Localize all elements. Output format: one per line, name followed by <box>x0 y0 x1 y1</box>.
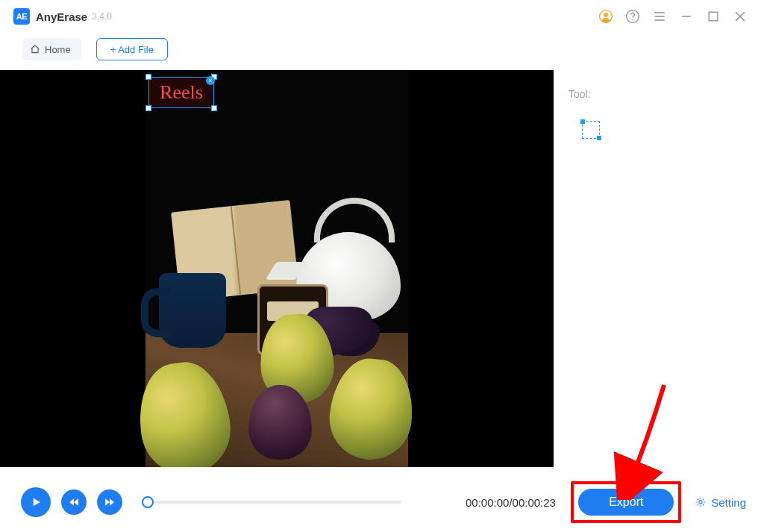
maximize-icon[interactable] <box>706 9 721 24</box>
app-logo: AE <box>13 8 30 25</box>
user-icon[interactable] <box>598 9 613 24</box>
home-button[interactable]: Home <box>22 38 81 60</box>
setting-link[interactable]: Setting <box>695 496 746 509</box>
setting-link-label: Setting <box>711 496 746 509</box>
seek-bar[interactable] <box>148 495 401 510</box>
help-icon[interactable] <box>625 9 640 24</box>
video-frame: Reels × <box>145 70 408 467</box>
tool-panel: Tool: <box>554 70 761 469</box>
forward-icon <box>104 497 115 507</box>
video-preview[interactable]: Reels × <box>0 70 554 467</box>
add-file-button[interactable]: + Add File <box>96 38 168 60</box>
toolbar: Home + Add File <box>0 33 761 66</box>
svg-point-11 <box>699 501 702 504</box>
minimize-icon[interactable] <box>679 9 694 24</box>
watermark-text: Reels <box>160 81 203 104</box>
selection-close-icon[interactable]: × <box>206 76 215 85</box>
selection-handle-br[interactable] <box>211 105 217 111</box>
seek-thumb[interactable] <box>142 496 154 508</box>
title-bar: AE AnyErase 3.4.0 <box>0 0 761 33</box>
app-version: 3.4.0 <box>92 11 112 22</box>
watermark-selection[interactable]: Reels × <box>148 77 214 108</box>
menu-icon[interactable] <box>652 9 667 24</box>
export-highlight: Export <box>571 481 681 523</box>
forward-button[interactable] <box>97 489 122 515</box>
selection-handle-bl[interactable] <box>145 105 151 111</box>
play-button[interactable] <box>21 487 51 517</box>
app-name: AnyErase <box>36 10 87 23</box>
selection-handle-tl[interactable] <box>145 74 151 80</box>
play-icon <box>30 496 42 508</box>
export-button[interactable]: Export <box>578 489 674 516</box>
home-button-label: Home <box>45 44 71 55</box>
svg-rect-8 <box>709 12 718 21</box>
bottom-bar: 00:00:00/00:00:23 Export Setting <box>0 472 761 532</box>
svg-point-3 <box>632 19 633 19</box>
gear-icon <box>695 496 707 508</box>
rewind-button[interactable] <box>61 489 87 515</box>
selection-tool-icon[interactable] <box>582 121 600 139</box>
tool-panel-label: Tool: <box>569 88 746 100</box>
home-icon <box>30 44 40 54</box>
svg-point-1 <box>604 13 608 17</box>
rewind-icon <box>69 497 79 507</box>
close-icon[interactable] <box>733 9 748 24</box>
timecode: 00:00:00/00:00:23 <box>466 496 556 509</box>
